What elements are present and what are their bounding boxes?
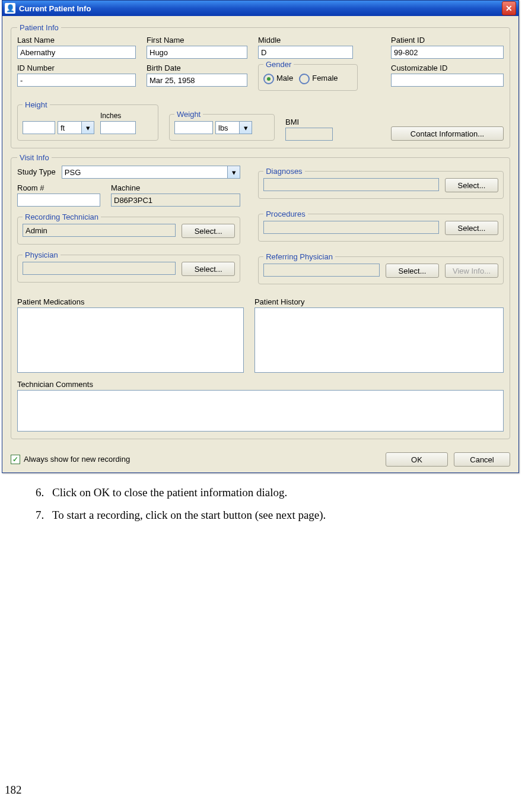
middle-input[interactable]	[258, 46, 353, 59]
app-icon: 👤	[5, 3, 15, 14]
inches-label: Inches	[100, 112, 136, 120]
diagnoses-group: Diagnoses Select...	[258, 167, 504, 199]
weight-legend: Weight	[174, 110, 203, 119]
always-show-checkbox[interactable]: ✓Always show for new recording	[11, 455, 130, 465]
ref-physician-view-button: View Info...	[445, 264, 498, 278]
patient-info-legend: Patient Info	[17, 23, 61, 32]
ref-physician-input	[263, 264, 380, 277]
gender-legend: Gender	[263, 60, 294, 69]
ref-physician-legend: Referring Physician	[263, 252, 335, 261]
chevron-down-icon[interactable]: ▾	[81, 121, 94, 134]
physician-input	[23, 262, 176, 275]
patient-id-input[interactable]	[391, 46, 504, 59]
physician-select-button[interactable]: Select...	[182, 262, 235, 276]
patient-id-label: Patient ID	[391, 36, 504, 45]
dialog-window: 👤 Current Patient Info ✕ Patient Info La…	[2, 0, 519, 473]
physician-legend: Physician	[23, 250, 61, 259]
procedures-group: Procedures Select...	[258, 210, 504, 242]
tech-comments-label: Technician Comments	[17, 380, 504, 389]
id-number-input[interactable]	[17, 74, 136, 87]
middle-label: Middle	[258, 36, 353, 45]
rec-tech-legend: Recording Technician	[23, 212, 101, 221]
height-legend: Height	[23, 100, 50, 109]
first-name-label: First Name	[147, 36, 247, 45]
custom-id-label: Customizable ID	[391, 64, 504, 72]
study-type-input[interactable]	[62, 166, 227, 179]
ref-physician-select-button[interactable]: Select...	[386, 264, 439, 278]
medications-label: Patient Medications	[17, 297, 244, 306]
cancel-button[interactable]: Cancel	[454, 452, 510, 467]
chevron-down-icon[interactable]: ▾	[227, 166, 240, 179]
last-name-input[interactable]	[17, 46, 136, 59]
medications-textarea[interactable]	[17, 307, 244, 373]
visit-info-legend: Visit Info	[17, 153, 52, 162]
bmi-input	[285, 128, 333, 141]
birth-date-label: Birth Date	[147, 64, 247, 72]
id-number-label: ID Number	[17, 64, 136, 72]
weight-unit-input[interactable]	[215, 121, 239, 134]
instruction-text: 6.Click on OK to close the patient infor…	[0, 473, 525, 525]
procedures-legend: Procedures	[263, 210, 307, 218]
gender-female-radio[interactable]: Female	[299, 74, 338, 84]
diagnoses-select-button[interactable]: Select...	[445, 178, 498, 192]
bmi-label: BMI	[285, 118, 333, 126]
ref-physician-group: Referring Physician Select... View Info.…	[258, 252, 504, 284]
window-title: Current Patient Info	[19, 4, 91, 13]
patient-info-group: Patient Info Last Name First Name Middle…	[11, 23, 510, 148]
custom-id-input[interactable]	[391, 74, 504, 87]
height-unit-input[interactable]	[58, 121, 81, 134]
room-input[interactable]	[17, 194, 100, 207]
page-number: 182	[5, 784, 22, 797]
study-type-label: Study Type	[17, 167, 56, 176]
tech-comments-textarea[interactable]	[17, 390, 504, 432]
procedures-input	[263, 221, 439, 234]
close-icon[interactable]: ✕	[502, 1, 516, 15]
visit-info-group: Visit Info Study Type ▾ Room #	[11, 153, 510, 439]
room-label: Room #	[17, 183, 100, 192]
height-value-input[interactable]	[23, 121, 55, 134]
ok-button[interactable]: OK	[386, 452, 448, 467]
machine-label: Machine	[111, 183, 240, 192]
diagnoses-input	[263, 178, 439, 191]
height-inches-input[interactable]	[100, 121, 136, 134]
gender-male-radio[interactable]: Male	[263, 74, 293, 84]
contact-info-button[interactable]: Contact Information...	[391, 126, 504, 141]
first-name-input[interactable]	[147, 46, 247, 59]
weight-value-input[interactable]	[174, 121, 213, 134]
chevron-down-icon[interactable]: ▾	[239, 121, 252, 134]
last-name-label: Last Name	[17, 36, 136, 45]
history-textarea[interactable]	[254, 307, 504, 373]
dialog-footer: ✓Always show for new recording OK Cancel	[2, 449, 518, 472]
recording-technician-group: Recording Technician Select...	[17, 212, 240, 245]
gender-group: Gender Male Female	[258, 60, 358, 91]
weight-group: Weight ▾	[169, 110, 275, 141]
title-bar[interactable]: 👤 Current Patient Info ✕	[2, 1, 518, 16]
height-group: Height ▾ Inches	[17, 100, 158, 141]
birth-date-input[interactable]	[147, 74, 247, 87]
physician-group: Physician Select...	[17, 250, 240, 283]
procedures-select-button[interactable]: Select...	[445, 221, 498, 235]
rec-tech-input	[23, 224, 176, 237]
rec-tech-select-button[interactable]: Select...	[182, 224, 235, 238]
machine-input	[111, 194, 240, 207]
diagnoses-legend: Diagnoses	[263, 167, 304, 176]
history-label: Patient History	[254, 297, 504, 306]
